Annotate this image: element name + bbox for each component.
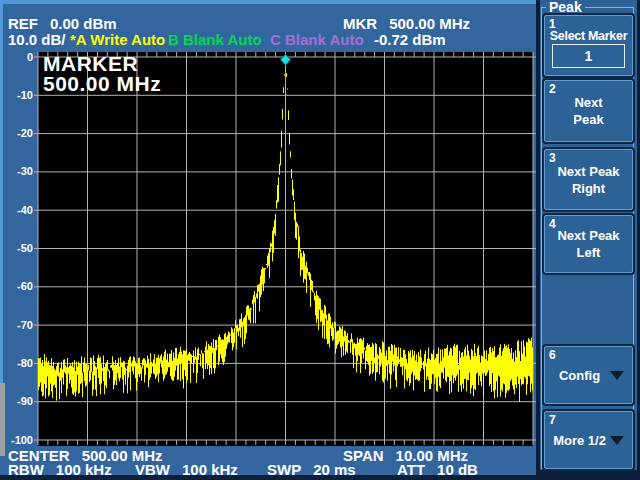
attenuation-readout: ATT10 dB	[397, 461, 478, 478]
y-axis-label: -70	[0, 319, 33, 332]
y-axis-label: -80	[0, 357, 33, 370]
softkey-label: Select Marker	[545, 29, 632, 43]
softkey-next-peak-right[interactable]: 3 Next Peak Right	[544, 149, 633, 210]
marker-diamond-icon	[281, 54, 291, 65]
rbw-value: 100 kHz	[56, 461, 112, 478]
vbw-label: VBW	[135, 461, 170, 478]
dropdown-arrow-icon	[610, 436, 624, 445]
sweep-time-readout: SWP20 ms	[267, 461, 356, 478]
plot-area: MARKER 500.00 MHz	[38, 52, 533, 446]
marker-annotation: MARKER 500.00 MHz	[43, 54, 161, 94]
ref-level-readout: REF0.00 dBm	[8, 15, 117, 32]
softkey-next-peak-left[interactable]: 4 Next Peak Left	[544, 215, 633, 273]
rbw-label: RBW	[8, 461, 44, 478]
softkey-label: Next Peak Right	[545, 163, 632, 197]
vbw-readout: VBW100 kHz	[135, 461, 238, 478]
display-area: REF0.00 dBm MKR500.00 MHz 10.0 dB/ *A Wr…	[0, 0, 536, 475]
bezel-top-border	[0, 0, 536, 4]
scale-readout: 10.0 dB/	[8, 31, 66, 48]
marker-annotation-title: MARKER	[43, 54, 161, 74]
y-axis-label: -40	[0, 204, 33, 217]
ref-label: REF	[8, 15, 38, 32]
trace-b-status: B Blank Auto	[168, 31, 262, 48]
softkey-config[interactable]: 6 Config	[544, 346, 633, 404]
mkr-label: MKR	[343, 15, 377, 32]
spectrum-analyzer-screen: REF0.00 dBm MKR500.00 MHz 10.0 dB/ *A Wr…	[0, 0, 640, 480]
y-axis-label: -10	[0, 89, 33, 102]
swp-label: SWP	[267, 461, 301, 478]
att-label: ATT	[397, 461, 425, 478]
softkey-label: Next Peak	[545, 94, 632, 128]
softkey-select-marker[interactable]: 1 Select Marker 1	[544, 15, 633, 76]
att-value: 10 dB	[437, 461, 478, 478]
vbw-value: 100 kHz	[182, 461, 238, 478]
softkey-more[interactable]: 7 More 1/2	[544, 411, 633, 469]
y-axis-label: -50	[0, 242, 33, 255]
marker-readout: MKR500.00 MHz	[343, 15, 470, 32]
marker-number-box[interactable]: 1	[552, 44, 625, 68]
softkey-menu-title: Peak	[546, 0, 585, 15]
trace-c-status: C Blank Auto	[270, 31, 364, 48]
softkey-number: 6	[549, 348, 556, 362]
marker-annotation-freq: 500.00 MHz	[43, 74, 161, 94]
softkey-next-peak[interactable]: 2 Next Peak	[544, 80, 633, 142]
ref-value: 0.00 dBm	[50, 15, 117, 32]
y-axis-label: -20	[0, 127, 33, 140]
softkey-number: 7	[549, 413, 556, 427]
bezel-left-gray-strip	[0, 383, 5, 456]
rbw-readout: RBW100 kHz	[8, 461, 112, 478]
y-axis-label: 0	[0, 51, 33, 64]
dropdown-arrow-icon	[610, 371, 624, 380]
y-axis-label: -30	[0, 165, 33, 178]
y-axis-label: -60	[0, 280, 33, 293]
mkr-amplitude-value: -0.72 dBm	[374, 31, 446, 48]
mkr-freq-value: 500.00 MHz	[389, 15, 470, 32]
trace-svg	[38, 52, 533, 446]
trace-a-status: *A Write Auto	[70, 31, 165, 48]
swp-value: 20 ms	[313, 461, 356, 478]
softkey-label: Next Peak Left	[545, 227, 632, 261]
bezel-left-border	[0, 0, 3, 383]
